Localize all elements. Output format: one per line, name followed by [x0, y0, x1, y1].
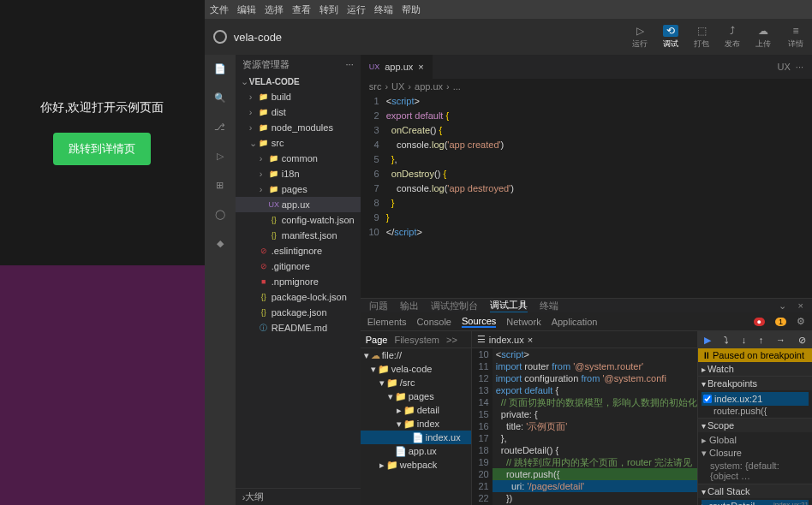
step-icon[interactable]: → [776, 335, 785, 345]
source-vela-code[interactable]: ▾📁vela-code [361, 362, 471, 376]
source-/src[interactable]: ▾📁/src [361, 376, 471, 389]
toolbar-打包[interactable]: ⬚打包 [694, 25, 709, 50]
stack-frame[interactable]: ▸ routeDetailindex.ux:21 [702, 500, 809, 505]
toolbar-发布[interactable]: ⤴发布 [725, 25, 740, 50]
device-preview: 你好,欢迎打开示例页面 跳转到详情页 [0, 0, 205, 265]
devtools-tabs: ElementsConsoleSourcesNetworkApplication… [361, 312, 812, 331]
menu-帮助[interactable]: 帮助 [402, 3, 421, 16]
tree-dist[interactable]: ›📁dist [236, 104, 361, 120]
devtools-tab-Sources[interactable]: Sources [462, 316, 496, 328]
toolbar-调试[interactable]: ⟲调试 [663, 25, 678, 50]
tree-node_modules[interactable]: ›📁node_modules [236, 120, 361, 135]
step-out-icon[interactable]: ↑ [759, 335, 764, 345]
deactivate-icon[interactable]: ⊘ [798, 335, 806, 346]
tree-manifest.json[interactable]: {}manifest.json [236, 228, 361, 243]
breadcrumb[interactable]: src›UX›app.ux›... [361, 79, 812, 94]
devtools-tab-Console[interactable]: Console [417, 317, 451, 327]
source-code[interactable]: 10111213141516171819202122232425262728 <… [472, 348, 697, 505]
code-body[interactable]: <script>export default { onCreate() { co… [386, 94, 778, 298]
menu-终端[interactable]: 终端 [374, 3, 393, 16]
branch-icon[interactable]: ⎇ [212, 118, 229, 135]
menu-编辑[interactable]: 编辑 [237, 3, 256, 16]
extensions-icon[interactable]: ⊞ [212, 176, 229, 193]
titlebar: vela-code ▷运行⟲调试⬚打包⤴发布☁上传 ≡ 详情 [205, 19, 812, 55]
sources-navigator: PageFilesystem>> ▾☁file://▾📁vela-code▾📁/… [361, 331, 472, 505]
warning-badge[interactable]: 1 [775, 318, 786, 326]
bottom-panel: 问题输出调试控制台调试工具终端 ⌄ × ElementsConsoleSourc… [361, 298, 812, 505]
source-file://[interactable]: ▾☁file:// [361, 348, 471, 362]
android-icon[interactable]: ◆ [212, 235, 229, 252]
outline-section[interactable]: ›大纲 [236, 488, 361, 505]
chevron-down-icon[interactable]: ⌄ [779, 300, 786, 312]
step-into-icon[interactable]: ↓ [742, 335, 747, 345]
tree-config-watch.json[interactable]: {}config-watch.json [236, 212, 361, 228]
menu-选择[interactable]: 选择 [265, 3, 284, 16]
paused-banner: ⏸Paused on breakpoint [698, 348, 812, 362]
language-indicator[interactable]: UX··· [769, 55, 812, 79]
tree-build[interactable]: ›📁build [236, 89, 361, 104]
tree-pages[interactable]: ›📁pages [236, 181, 361, 197]
tree-package.json[interactable]: {}package.json [236, 305, 361, 320]
activity-bar: 📄 🔍 ⎇ ▷ ⊞ ◯ ◆ [205, 55, 236, 505]
panel-tab-问题[interactable]: 问题 [369, 300, 388, 312]
account-icon[interactable]: ◯ [212, 205, 229, 223]
debug-icon[interactable]: ▷ [212, 147, 229, 164]
gear-icon[interactable]: ⚙ [797, 316, 805, 327]
panel-tab-调试控制台[interactable]: 调试控制台 [431, 300, 478, 312]
close-icon[interactable]: × [798, 300, 803, 311]
devtools-tab-Elements[interactable]: Elements [367, 317, 407, 327]
source-webpack[interactable]: ▸📁webpack [361, 458, 471, 472]
close-icon[interactable]: × [528, 335, 533, 345]
toolbar-上传[interactable]: ☁上传 [755, 25, 771, 50]
explorer-icon[interactable]: 📄 [212, 60, 229, 77]
source-index[interactable]: ▾📁index [361, 417, 471, 431]
toolbar-运行[interactable]: ▷运行 [632, 25, 648, 50]
minimap[interactable] [778, 94, 812, 298]
panel-tab-调试工具[interactable]: 调试工具 [490, 299, 528, 312]
project-root[interactable]: ⌄VELA-CODE [236, 74, 361, 89]
source-file-tab[interactable]: ☰ index.ux × [472, 331, 697, 348]
source-index.ux[interactable]: 📄index.ux [361, 431, 471, 444]
more-icon[interactable]: ··· [346, 59, 354, 69]
resume-icon[interactable]: ▶ [704, 335, 711, 346]
step-over-icon[interactable]: ⤵ [724, 335, 729, 345]
devtools-tab-Network[interactable]: Network [506, 317, 540, 327]
detail-button[interactable]: 跳转到详情页 [53, 133, 151, 165]
tree-i18n[interactable]: ›📁i18n [236, 166, 361, 181]
search-icon[interactable]: 🔍 [212, 89, 229, 106]
watch-section[interactable]: ▸ Watch [698, 362, 812, 376]
panel-tab-输出[interactable]: 输出 [400, 300, 419, 312]
tree-.eslintignore[interactable]: ⊘.eslintignore [236, 243, 361, 258]
list-icon: ☰ [477, 334, 486, 345]
breakpoint-checkbox[interactable] [703, 395, 712, 403]
tree-common[interactable]: ›📁common [236, 151, 361, 166]
ide-window: 文件编辑选择查看转到运行终端帮助 vela-code ▷运行⟲调试⬚打包⤴发布☁… [205, 0, 812, 505]
source-app.ux[interactable]: 📄app.ux [361, 444, 471, 458]
callstack-section[interactable]: ▾ Call Stack [698, 484, 812, 498]
scope-section[interactable]: ▾ Scope [698, 419, 812, 432]
tab-app-ux[interactable]: UX app.ux × [361, 55, 433, 79]
menu-文件[interactable]: 文件 [210, 3, 229, 16]
detail-toggle[interactable]: ≡ 详情 [788, 25, 803, 50]
devtools-tab-Application[interactable]: Application [552, 317, 598, 327]
error-badge[interactable]: ● [754, 318, 765, 326]
menu-查看[interactable]: 查看 [292, 3, 311, 16]
source-pages[interactable]: ▾📁pages [361, 389, 471, 403]
breakpoints-section[interactable]: ▾ Breakpoints [698, 377, 812, 390]
toolbar-actions: ▷运行⟲调试⬚打包⤴发布☁上传 [632, 25, 771, 50]
sources-editor: ☰ index.ux × 101112131415161718192021222… [472, 331, 697, 505]
code-editor[interactable]: 12345678910 <script>export default { onC… [361, 94, 812, 298]
tree-.gitignore[interactable]: ⊘.gitignore [236, 258, 361, 274]
debug-controls: ▶ ⤵ ↓ ↑ → ⊘ [698, 331, 812, 348]
breakpoint-item[interactable]: index.ux:21 [702, 392, 809, 406]
tree-app.ux[interactable]: UXapp.ux [236, 197, 361, 212]
close-icon[interactable]: × [418, 62, 423, 72]
menu-转到[interactable]: 转到 [319, 3, 338, 16]
tree-README.md[interactable]: ⓘREADME.md [236, 320, 361, 336]
tree-.npmignore[interactable]: ■.npmignore [236, 274, 361, 289]
panel-tab-终端[interactable]: 终端 [540, 300, 558, 312]
tree-package-lock.json[interactable]: {}package-lock.json [236, 289, 361, 305]
source-detail[interactable]: ▸📁detail [361, 403, 471, 417]
tree-src[interactable]: ⌄📁src [236, 135, 361, 151]
menu-运行[interactable]: 运行 [347, 3, 366, 16]
